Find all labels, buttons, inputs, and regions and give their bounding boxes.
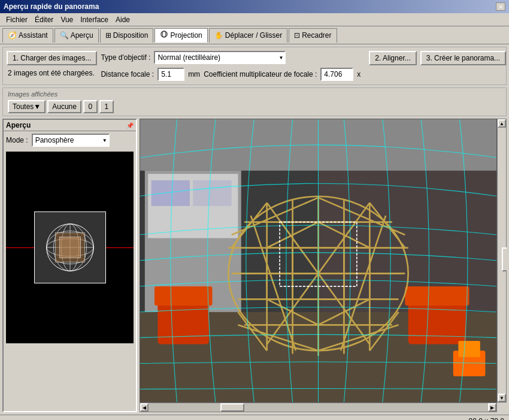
tab-disposition[interactable]: ⊞ Disposition [100, 28, 154, 43]
menu-interface[interactable]: Interface [77, 14, 112, 25]
svg-rect-10 [59, 237, 80, 258]
type-objectif-row: Type d'objectif : Normal (rectilléaire) … [101, 51, 360, 64]
mode-row: Mode : Panosphère Cylindrique Rectilliné… [4, 131, 136, 149]
apercu-pin-button[interactable]: 📌 [126, 122, 134, 129]
tab-recadrer[interactable]: ⊡ Recadrer [289, 28, 337, 43]
panorama-view[interactable] [140, 119, 497, 403]
menu-bar: Fichier Éditer Vue Interface Aide [0, 13, 509, 26]
scroll-down-button[interactable]: ▼ [498, 394, 506, 402]
focale-row: Distance focale : mm Coefficient multipl… [101, 68, 360, 81]
close-button[interactable]: ✕ [496, 2, 505, 11]
tab-assistant[interactable]: 🧭 Assistant [2, 28, 53, 43]
images-buttons-row: Toutes▼ Aucune 0 1 [8, 100, 501, 113]
load-section: 1. Charger des images... 2 images ont ét… [7, 51, 97, 78]
scroll-up-button[interactable]: ▲ [498, 119, 506, 128]
projection-controls: Type d'objectif : Normal (rectilléaire) … [101, 51, 360, 81]
thumbnail-box [34, 211, 106, 283]
aucune-button[interactable]: Aucune [47, 100, 81, 113]
svg-point-1 [163, 31, 166, 37]
mode-select[interactable]: Panosphère Cylindrique Rectillinéaire [32, 134, 110, 147]
sphere-preview-svg [35, 211, 105, 283]
right-panel: ▲ ▼ ◀ ▶ [140, 119, 507, 412]
apercu-icon: 🔍 [60, 31, 69, 40]
tab-apercu[interactable]: 🔍 Aperçu [54, 28, 99, 43]
type-objectif-label: Type d'objectif : [101, 53, 150, 62]
deplacer-icon: ✋ [214, 31, 223, 40]
svg-rect-23 [405, 286, 469, 306]
menu-editer[interactable]: Éditer [31, 14, 57, 25]
type-objectif-select[interactable]: Normal (rectilléaire) Grand angle Fishey… [154, 51, 286, 64]
apercu-header: Aperçu 📌 [4, 120, 136, 131]
status-bar: 80.0 x 78.0 [0, 415, 509, 420]
image-0-button[interactable]: 0 [83, 100, 98, 113]
panorama-area: ▲ ▼ [140, 119, 507, 403]
scroll-right-button[interactable]: ▶ [488, 403, 496, 412]
horizontal-scrollbar[interactable]: ◀ ▶ [140, 403, 497, 412]
scroll-left-button[interactable]: ◀ [140, 403, 149, 412]
toutes-button[interactable]: Toutes▼ [8, 100, 46, 113]
vertical-scrollbar[interactable]: ▲ ▼ [497, 119, 507, 403]
main-layout: Aperçu 📌 Mode : Panosphère Cylindrique R… [2, 119, 507, 412]
mode-select-wrapper[interactable]: Panosphère Cylindrique Rectillinéaire [32, 134, 110, 147]
svg-rect-20 [157, 299, 209, 344]
images-section: Images affichées Toutes▼ Aucune 0 1 [2, 87, 507, 116]
panorama-svg [140, 119, 496, 402]
images-loaded-text: 2 images ont été chargées. [7, 68, 97, 78]
images-section-title: Images affichées [8, 90, 501, 98]
apercu-canvas [6, 152, 134, 343]
tab-projection[interactable]: Projection [154, 28, 207, 43]
action-buttons: 2. Aligner... 3. Créer le panorama... Le… [369, 51, 509, 65]
svg-point-0 [161, 31, 167, 37]
create-panorama-button[interactable]: 3. Créer le panorama... [420, 51, 506, 65]
align-button[interactable]: 2. Aligner... [369, 51, 416, 65]
assistant-icon: 🧭 [8, 31, 17, 40]
scroll-thumb-vertical[interactable] [502, 247, 507, 271]
tab-deplacer[interactable]: ✋ Déplacer / Glisser [209, 28, 287, 43]
recadrer-icon: ⊡ [294, 31, 300, 40]
window-title: Aperçu rapide du panorama [4, 2, 99, 11]
svg-rect-19 [193, 180, 231, 206]
coeff-unit: x [357, 70, 360, 78]
apercu-panel: Aperçu 📌 Mode : Panosphère Cylindrique R… [2, 119, 137, 412]
load-images-button[interactable]: 1. Charger des images... [7, 51, 97, 65]
dimensions-text: 80.0 x 78.0 [469, 417, 504, 421]
distance-focale-unit: mm [188, 70, 200, 78]
distance-focale-label: Distance focale : [101, 70, 154, 78]
left-panel: Aperçu 📌 Mode : Panosphère Cylindrique R… [2, 119, 137, 412]
menu-aide[interactable]: Aide [112, 14, 134, 25]
disposition-icon: ⊞ [105, 31, 111, 40]
svg-rect-21 [154, 286, 213, 306]
mode-label: Mode : [6, 136, 28, 144]
title-bar: Aperçu rapide du panorama ✕ [0, 0, 509, 13]
coeff-label: Coefficient multiplicateur de focale : [204, 70, 317, 78]
svg-rect-61 [458, 341, 480, 357]
image-1-button[interactable]: 1 [99, 100, 114, 113]
menu-vue[interactable]: Vue [57, 14, 77, 25]
menu-fichier[interactable]: Fichier [2, 14, 31, 25]
distance-focale-input[interactable] [157, 68, 184, 81]
apercu-title: Aperçu [6, 121, 31, 129]
toolbar: 🧭 Assistant 🔍 Aperçu ⊞ Disposition Proje… [0, 26, 509, 44]
svg-rect-18 [152, 180, 190, 206]
svg-rect-22 [408, 299, 466, 344]
projection-icon [160, 30, 168, 40]
type-objectif-select-wrapper[interactable]: Normal (rectilléaire) Grand angle Fishey… [154, 51, 286, 64]
scroll-thumb-horizontal[interactable] [220, 403, 244, 412]
coeff-input[interactable] [320, 68, 353, 81]
